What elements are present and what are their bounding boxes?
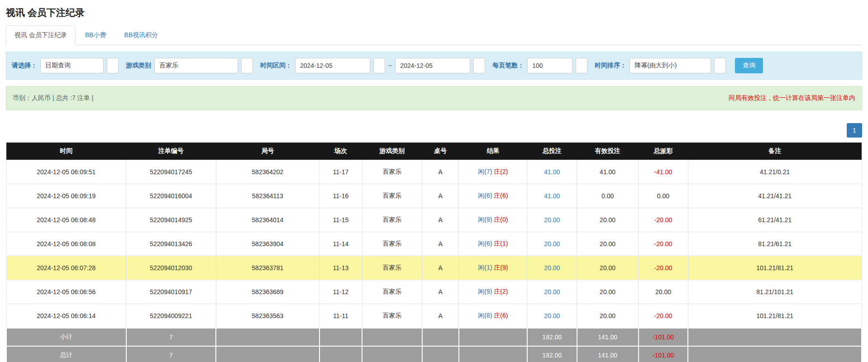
summary-cell: [688, 328, 862, 346]
column-header: 总投注: [527, 143, 577, 160]
cell-table-no: A: [422, 184, 459, 208]
cell-table-no: A: [422, 280, 459, 304]
cell-session: 11-11: [320, 304, 362, 329]
summary-bar: 币别：人民币 | 总共 :7 注单 | 同局有效投注，统一计算在该局第一张注单内: [6, 86, 862, 110]
cell-valid-bet: 20.00: [577, 232, 639, 256]
column-header: 时间: [6, 143, 126, 160]
cell-valid-bet: 0.00: [577, 184, 639, 208]
cell-result: 闲(8) 庄(6): [459, 304, 527, 329]
query-type-input[interactable]: [40, 58, 104, 73]
table-foot: 小计7182.00141.00-101.00总计7182.00141.00-10…: [6, 328, 862, 362]
sort-dropdown[interactable]: [714, 58, 726, 73]
result-player: 闲(6): [478, 240, 492, 247]
cell-total-bet[interactable]: 41.00: [527, 160, 577, 184]
cell-valid-bet: 20.00: [577, 208, 639, 232]
cell-table-no: A: [422, 304, 459, 329]
summary-cell: [362, 346, 422, 362]
summary-row: 总计7182.00141.00-101.00: [6, 346, 862, 362]
date-to-dropdown[interactable]: [473, 58, 485, 73]
cell-payout: -41.00: [639, 160, 688, 184]
result-banker: 庄(2): [494, 288, 508, 295]
summary-warning: 同局有效投注，统一计算在该局第一张注单内: [729, 94, 855, 102]
cell-payout: 20.00: [639, 280, 688, 304]
summary-cell: 182.00: [527, 328, 577, 346]
summary-cell: [362, 328, 422, 346]
summary-cell: 141.00: [577, 346, 639, 362]
cell-valid-bet: 20.00: [577, 280, 639, 304]
page-button-1[interactable]: 1: [847, 123, 862, 138]
search-button[interactable]: 查询: [735, 58, 763, 73]
date-to-input[interactable]: [395, 58, 470, 73]
result-player: 闲(9): [478, 216, 492, 223]
summary-cell: 182.00: [527, 346, 577, 362]
cell-total-bet[interactable]: 41.00: [527, 184, 577, 208]
cell-round-id: 582364113: [216, 184, 320, 208]
table-body: 2024-12-05 06:09:51522094017245582364202…: [6, 160, 862, 329]
sort-input[interactable]: [630, 58, 711, 73]
cell-note: 101.21/81.21: [688, 256, 862, 280]
summary-cell: 7: [126, 328, 216, 346]
cell-game-type: 百家乐: [362, 304, 422, 329]
cell-order-id: 522094010917: [126, 280, 216, 304]
cell-time: 2024-12-05 06:07:28: [6, 256, 126, 280]
game-type-dropdown[interactable]: [241, 58, 253, 73]
column-header: 结果: [459, 143, 527, 160]
cell-time: 2024-12-05 06:06:14: [6, 304, 126, 329]
summary-cell: [320, 346, 362, 362]
result-player: 闲(9): [478, 288, 492, 295]
page-size-group: 每页笔数：: [492, 58, 587, 73]
summary-cell: -101.00: [639, 328, 688, 346]
cell-result: 闲(7) 庄(2): [459, 160, 527, 184]
cell-payout: -20.00: [639, 208, 688, 232]
cell-total-bet[interactable]: 20.00: [527, 256, 577, 280]
tab-bb-tips[interactable]: BB小费: [76, 25, 115, 45]
date-from-dropdown[interactable]: [373, 58, 385, 73]
cell-result: 闲(9) 庄(2): [459, 280, 527, 304]
table-header-row: 时间注单编号局号场次游戏类别桌号结果总投注有效投注总派彩备注: [6, 143, 862, 160]
cell-table-no: A: [422, 256, 459, 280]
result-banker: 庄(9): [494, 264, 508, 271]
result-banker: 庄(2): [494, 168, 508, 175]
cell-payout: -20.00: [639, 256, 688, 280]
cell-result: 闲(6) 庄(6): [459, 184, 527, 208]
table-row: 2024-12-05 06:08:08522094013426582363904…: [6, 232, 862, 256]
tab-betting-records[interactable]: 视讯 会员下注纪录: [6, 25, 76, 45]
cell-time: 2024-12-05 06:08:48: [6, 208, 126, 232]
result-banker: 庄(6): [494, 192, 508, 199]
cell-game-type: 百家乐: [362, 232, 422, 256]
summary-currency-count: 币别：人民币 | 总共 :7 注单 |: [13, 94, 93, 102]
query-type-dropdown[interactable]: [107, 58, 119, 73]
result-banker: 庄(6): [494, 312, 508, 319]
cell-total-bet[interactable]: 20.00: [527, 232, 577, 256]
cell-total-bet[interactable]: 20.00: [527, 280, 577, 304]
cell-order-id: 522094012030: [126, 256, 216, 280]
cell-order-id: 522094009221: [126, 304, 216, 329]
cell-order-id: 522094017245: [126, 160, 216, 184]
cell-total-bet[interactable]: 20.00: [527, 208, 577, 232]
cell-payout: -20.00: [639, 232, 688, 256]
date-from-input[interactable]: [295, 58, 370, 73]
result-banker: 庄(0): [494, 216, 508, 223]
page: 视讯 会员下注纪录 视讯 会员下注纪录 BB小费 BB视讯积分 请选择： 游戏类…: [0, 0, 868, 362]
table-row: 2024-12-05 06:09:19522094016004582364113…: [6, 184, 862, 208]
query-type-group: 请选择：: [12, 58, 119, 73]
table-row: 2024-12-05 06:09:51522094017245582364202…: [6, 160, 862, 184]
summary-cell: [216, 328, 320, 346]
cell-time: 2024-12-05 06:06:56: [6, 280, 126, 304]
cell-note: 41.21/41.21: [688, 184, 862, 208]
tab-bb-video-points[interactable]: BB视讯积分: [116, 25, 167, 45]
cell-valid-bet: 41.00: [577, 160, 639, 184]
cell-result: 闲(9) 庄(0): [459, 208, 527, 232]
tab-bar: 视讯 会员下注纪录 BB小费 BB视讯积分: [6, 25, 862, 45]
game-type-input[interactable]: [154, 58, 238, 73]
page-size-input[interactable]: [527, 58, 572, 73]
cell-total-bet[interactable]: 20.00: [527, 304, 577, 329]
query-type-label: 请选择：: [12, 62, 37, 70]
summary-cell: 7: [126, 346, 216, 362]
summary-cell: [422, 346, 459, 362]
column-header: 局号: [216, 143, 320, 160]
betting-records-table: 时间注单编号局号场次游戏类别桌号结果总投注有效投注总派彩备注 2024-12-0…: [6, 143, 862, 362]
page-size-dropdown[interactable]: [576, 58, 587, 73]
page-size-label: 每页笔数：: [492, 62, 524, 70]
sort-group: 时间排序：: [595, 58, 726, 73]
